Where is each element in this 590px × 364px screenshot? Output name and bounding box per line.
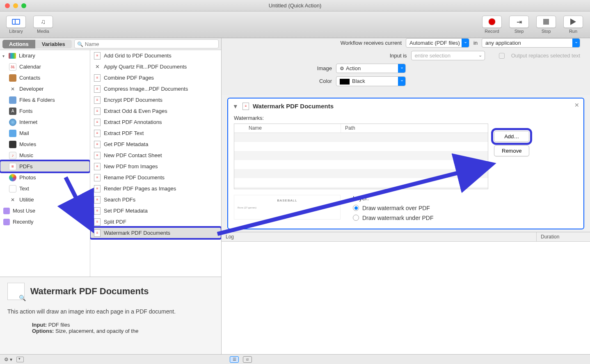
gear-menu-button[interactable] [4, 356, 12, 362]
pdf-action-icon [94, 52, 101, 60]
pdf-action-icon [94, 196, 101, 204]
flow-view-button[interactable]: ⎚ [243, 356, 252, 363]
action-item[interactable]: Extract PDF Text [90, 128, 221, 139]
library-icon [12, 19, 20, 25]
remove-watermark-button[interactable]: Remove [494, 145, 529, 156]
disclosure-triangle-icon[interactable] [234, 103, 239, 110]
search-field[interactable] [74, 39, 219, 48]
table-col-name: Name [245, 124, 341, 133]
action-item[interactable]: Encrypt PDF Documents [90, 94, 221, 105]
step-toolbar-button[interactable]: Step [507, 16, 531, 34]
action-item[interactable]: Set PDF Metadata [90, 205, 221, 216]
category-fonts[interactable]: Fonts [0, 105, 90, 117]
category-developer[interactable]: Developer [0, 83, 90, 94]
tab-variables[interactable]: Variables [35, 40, 72, 48]
category-movies[interactable]: Movies [0, 139, 90, 150]
smart-folder-icon [3, 208, 10, 214]
info-options-value: Size, placement, and opacity of the [55, 328, 138, 334]
tab-actions[interactable]: Actions [2, 40, 35, 48]
action-item[interactable]: Rename PDF Documents [90, 172, 221, 183]
image-dropdown[interactable]: Action [336, 64, 406, 73]
toolbar: Library Media Record Step Stop Run [0, 11, 590, 38]
workflow-options-button[interactable] [16, 357, 24, 362]
category-photos[interactable]: Photos [0, 172, 90, 183]
pdf-action-icon [94, 174, 101, 181]
close-action-button[interactable]: ✕ [574, 102, 579, 108]
disclosure-triangle-icon[interactable] [2, 53, 6, 59]
add-watermark-button[interactable]: Add… [494, 131, 529, 142]
info-description: This action will draw an image into each… [7, 307, 214, 316]
application-dropdown[interactable]: any application [482, 38, 580, 48]
record-toolbar-button[interactable]: Record [480, 16, 504, 34]
utilities-icon [9, 196, 16, 204]
stop-icon [543, 19, 549, 25]
action-info-panel: Watermark PDF Documents This action will… [0, 277, 221, 354]
category-list[interactable]: Library Calendar Contacts Developer File… [0, 50, 90, 277]
log-body[interactable] [222, 242, 590, 354]
watermarks-table[interactable]: Name Path [234, 124, 488, 189]
text-icon [9, 185, 16, 192]
run-toolbar-button[interactable]: Run [561, 16, 585, 34]
action-item[interactable]: Render PDF Pages as Images [90, 183, 221, 194]
action-watermark-pdf[interactable]: Watermark PDF Documents [90, 227, 221, 238]
output-replaces-checkbox[interactable] [499, 53, 505, 59]
category-utilities[interactable]: Utilitie [0, 194, 90, 205]
contacts-icon [9, 74, 16, 82]
media-toolbar-button[interactable]: Media [31, 16, 55, 34]
color-dropdown[interactable]: Black [336, 76, 406, 86]
library-icon [9, 53, 16, 59]
layer-over-radio[interactable]: Draw watermark over PDF [353, 205, 434, 211]
action-item[interactable]: New PDF Contact Sheet [90, 150, 221, 161]
list-view-button[interactable]: ☰ [230, 356, 239, 363]
category-pdfs[interactable]: PDFs [0, 161, 90, 172]
action-item[interactable]: Apply Quartz Filt...PDF Documents [90, 61, 221, 72]
action-item[interactable]: Extract PDF Annotations [90, 117, 221, 128]
library-toolbar-button[interactable]: Library [4, 16, 28, 34]
card-header[interactable]: Watermark PDF Documents [234, 103, 578, 110]
stop-toolbar-button[interactable]: Stop [534, 16, 558, 34]
input-is-dropdown[interactable]: entire selection [411, 51, 485, 60]
pdf-action-icon [94, 152, 101, 159]
pdf-action-icon [94, 185, 101, 192]
workflow-settings: Workflow receives current Automatic (PDF… [222, 38, 590, 95]
category-internet[interactable]: Internet [0, 117, 90, 128]
action-item[interactable]: Search PDFs [90, 194, 221, 205]
category-contacts[interactable]: Contacts [0, 72, 90, 83]
actions-list[interactable]: Add Grid to PDF Documents Apply Quartz F… [90, 50, 221, 277]
category-calendar[interactable]: Calendar [0, 61, 90, 72]
category-files[interactable]: Files & Folders [0, 94, 90, 105]
category-most-used[interactable]: Most Use [0, 205, 90, 216]
gear-icon [340, 65, 346, 71]
receives-label: Workflow receives current [341, 40, 402, 46]
action-item[interactable]: Extract Odd & Even Pages [90, 105, 221, 117]
info-options-label: Options: [32, 328, 54, 334]
pdf-action-icon [94, 218, 101, 226]
receives-dropdown[interactable]: Automatic (PDF files) [406, 38, 469, 48]
action-item[interactable]: Get PDF Metadata [90, 139, 221, 150]
layer-under-radio[interactable]: Draw watermark under PDF [353, 215, 434, 221]
category-music[interactable]: Music [0, 150, 90, 161]
globe-icon [9, 119, 16, 126]
library-root[interactable]: Library [0, 50, 90, 61]
table-col-path: Path [341, 124, 359, 133]
pdf-action-icon [94, 229, 101, 237]
category-mail[interactable]: Mail [0, 128, 90, 139]
action-item[interactable]: Add Grid to PDF Documents [90, 50, 221, 61]
photos-icon [9, 174, 16, 181]
category-text[interactable]: Text [0, 183, 90, 194]
action-item[interactable]: New PDF from Images [90, 161, 221, 172]
record-icon [489, 18, 495, 25]
action-item[interactable]: Split PDF [90, 216, 221, 227]
pdf-icon [9, 163, 16, 170]
search-input[interactable] [85, 41, 216, 47]
workflow-area: Workflow receives current Automatic (PDF… [222, 38, 590, 354]
action-item[interactable]: Combine PDF Pages [90, 72, 221, 83]
info-input-value: PDF files [48, 322, 70, 328]
titlebar: Untitled (Quick Action) [0, 0, 590, 11]
category-recently[interactable]: Recently [0, 216, 90, 227]
calendar-icon [9, 63, 16, 71]
window-title: Untitled (Quick Action) [0, 2, 590, 9]
card-title: Watermark PDF Documents [253, 103, 334, 110]
action-item[interactable]: Compress Image...PDF Documents [90, 83, 221, 94]
main: Actions Variables Library Calendar Conta… [0, 38, 590, 354]
